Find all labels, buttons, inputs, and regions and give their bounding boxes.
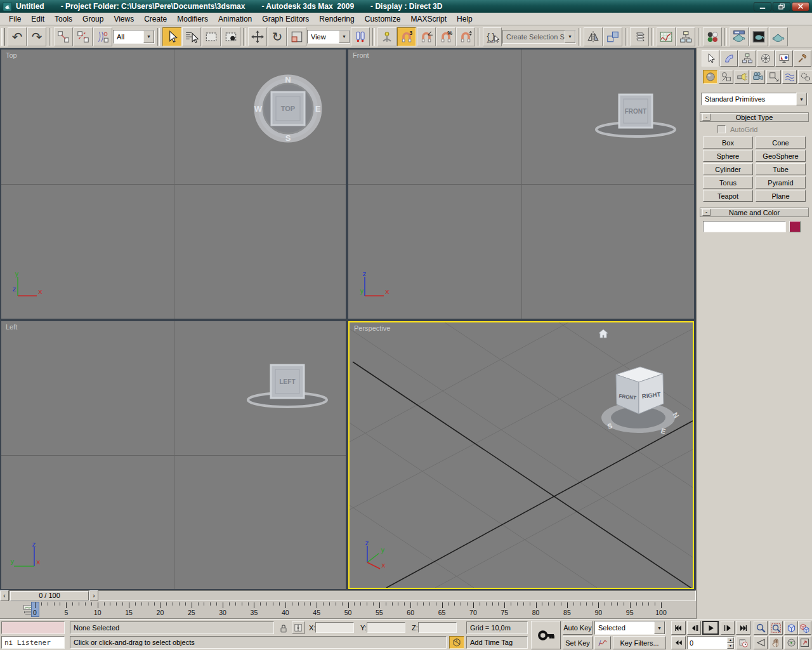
object-type-button-pyramid[interactable]: Pyramid	[756, 176, 806, 189]
menu-item-tools[interactable]: Tools	[49, 13, 77, 25]
subcategory-space-warps-button[interactable]	[782, 70, 797, 84]
dropdown-arrow-icon[interactable]: ▼	[654, 621, 665, 634]
rollout-collapse-button[interactable]: -	[702, 114, 710, 121]
percent-snap-toggle-button[interactable]: %	[436, 27, 455, 46]
object-type-button-torus[interactable]: Torus	[703, 176, 753, 189]
named-selection-set-dropdown[interactable]: Create Selection Set ▼	[502, 30, 576, 44]
viewcube-face-label[interactable]: FRONT	[625, 108, 646, 115]
viewport-left[interactable]: Left LEFT z y x	[1, 321, 346, 589]
set-key-button[interactable]: Set Key	[563, 636, 593, 649]
zoom-button[interactable]	[754, 621, 768, 635]
autogrid-checkbox[interactable]	[717, 125, 726, 133]
quick-render-button[interactable]	[769, 27, 788, 46]
viewport-top[interactable]: Top N S W E TOP y x z	[1, 50, 346, 319]
key-mode-toggle-button[interactable]	[671, 636, 686, 649]
menu-item-graph-editors[interactable]: Graph Editors	[257, 13, 314, 25]
subcategory-helpers-button[interactable]	[766, 70, 781, 84]
selection-region-button[interactable]	[202, 27, 221, 46]
menu-item-file[interactable]: File	[4, 13, 26, 25]
reference-coordinate-system-dropdown[interactable]: View ▼	[307, 30, 350, 44]
auto-key-button[interactable]: Auto Key	[563, 621, 593, 635]
tab-hierarchy[interactable]	[738, 50, 756, 67]
z-coordinate-field[interactable]	[418, 622, 457, 633]
object-type-button-teapot[interactable]: Teapot	[703, 190, 753, 202]
macro-recorder-field[interactable]	[1, 621, 65, 634]
set-keys-button[interactable]	[531, 621, 561, 649]
select-object-button[interactable]	[162, 27, 181, 46]
snaps-toggle-3d-button[interactable]: 3	[397, 27, 416, 46]
viewport-perspective-active[interactable]: Perspective S E N FRONT RIGHT z y x	[348, 321, 694, 589]
object-type-button-cylinder[interactable]: Cylinder	[703, 163, 753, 175]
mirror-button[interactable]	[584, 27, 603, 46]
subcategory-cameras-button[interactable]	[750, 70, 765, 84]
go-to-start-button[interactable]	[671, 621, 686, 635]
viewcube-home-icon[interactable]	[597, 328, 610, 340]
viewcube-left[interactable]: LEFT	[246, 359, 329, 410]
menu-item-help[interactable]: Help	[452, 13, 478, 25]
layer-manager-button[interactable]	[630, 27, 649, 46]
add-time-tag-field[interactable]: Add Time Tag	[466, 636, 528, 649]
adaptive-degradation-button[interactable]	[449, 636, 464, 649]
redo-button[interactable]: ↷	[27, 27, 46, 46]
viewport-label-left[interactable]: Left	[6, 323, 17, 331]
object-type-button-plane[interactable]: Plane	[756, 190, 806, 202]
object-type-rollout-header[interactable]: - Object Type	[700, 112, 809, 122]
menu-item-views[interactable]: Views	[108, 13, 139, 25]
previous-frame-button[interactable]	[687, 621, 701, 635]
current-frame-input[interactable]	[688, 637, 723, 649]
maximize-viewport-toggle-button[interactable]	[798, 636, 811, 649]
frame-spinner-up[interactable]: ▲	[727, 637, 734, 643]
object-name-field[interactable]	[703, 221, 786, 232]
dropdown-arrow-icon[interactable]: ▼	[796, 93, 807, 105]
time-nudge-back-button[interactable]: ‹	[0, 590, 9, 601]
dropdown-arrow-icon[interactable]: ▼	[339, 30, 350, 43]
name-color-rollout-header[interactable]: - Name and Color	[700, 208, 809, 217]
viewcube-front[interactable]: FRONT	[594, 89, 677, 140]
viewport-label-perspective[interactable]: Perspective	[354, 324, 390, 332]
close-button[interactable]	[792, 2, 809, 11]
tab-display[interactable]	[775, 50, 793, 67]
subcategory-systems-button[interactable]	[798, 70, 812, 84]
schematic-view-button[interactable]	[676, 27, 695, 46]
edit-named-selection-sets-button[interactable]: { }ABC	[483, 27, 502, 46]
bind-to-space-warp-button[interactable]	[93, 27, 112, 46]
compass-s[interactable]: S	[285, 133, 291, 143]
align-button[interactable]	[603, 27, 622, 46]
zoom-extents-button[interactable]	[784, 621, 798, 635]
menu-item-modifiers[interactable]: Modifiers	[172, 13, 213, 25]
viewcube-face-label[interactable]: TOP	[281, 105, 295, 112]
go-to-end-button[interactable]	[736, 621, 750, 635]
y-coordinate-input[interactable]	[367, 623, 405, 632]
absolute-offset-mode-button[interactable]	[292, 621, 304, 634]
selection-lock-toggle-icon[interactable]	[278, 623, 289, 634]
subcategory-lights-button[interactable]	[735, 70, 749, 84]
select-and-rotate-button[interactable]: ↻	[268, 27, 287, 46]
title-bar[interactable]: Untitled - Project Folder: C:\Users\Pere…	[0, 0, 812, 13]
arc-rotate-button[interactable]	[784, 636, 798, 649]
material-editor-button[interactable]	[703, 27, 722, 46]
spinner-snap-toggle-button[interactable]	[456, 27, 475, 46]
subcategory-shapes-button[interactable]	[719, 70, 733, 84]
tab-utilities[interactable]	[794, 50, 811, 67]
viewport-front[interactable]: Front FRONT z x y	[348, 50, 694, 319]
menu-item-maxscript[interactable]: MAXScript	[405, 13, 452, 25]
next-frame-button[interactable]	[721, 621, 735, 635]
object-type-button-geosphere[interactable]: GeoSphere	[756, 150, 806, 162]
object-type-button-cone[interactable]: Cone	[756, 136, 806, 149]
time-slider-track[interactable]	[9, 590, 696, 601]
zoom-all-button[interactable]	[769, 621, 783, 635]
track-bar[interactable]: 0510152025303540455055606570758085909510…	[0, 601, 696, 619]
rendered-frame-window-button[interactable]	[749, 27, 768, 46]
compass-w[interactable]: W	[254, 104, 263, 114]
key-selection-set-dropdown[interactable]: Selected ▼	[594, 621, 665, 635]
undo-button[interactable]: ↶	[8, 27, 27, 46]
menu-item-create[interactable]: Create	[139, 13, 172, 25]
menu-item-rendering[interactable]: Rendering	[314, 13, 359, 25]
object-name-input[interactable]	[704, 222, 785, 232]
primitive-category-dropdown[interactable]: Standard Primitives ▼	[701, 93, 808, 105]
compass-e[interactable]: E	[660, 427, 667, 435]
pan-view-button[interactable]	[769, 636, 783, 649]
x-coordinate-field[interactable]	[315, 622, 354, 633]
selection-filter-dropdown[interactable]: All ▼	[113, 30, 155, 44]
tab-create[interactable]	[702, 50, 719, 67]
